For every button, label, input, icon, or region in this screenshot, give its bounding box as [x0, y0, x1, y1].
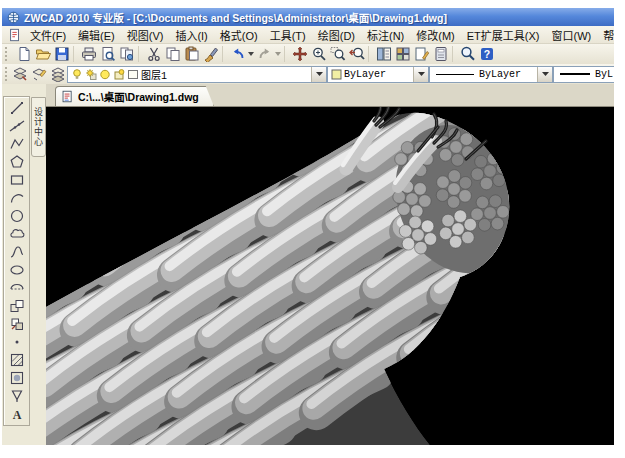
linetype-combo[interactable]: ByLayer: [429, 66, 553, 83]
drawing-canvas[interactable]: [46, 107, 614, 445]
zoom-window-button[interactable]: [328, 45, 347, 63]
polygon-button[interactable]: [4, 153, 29, 171]
region-button[interactable]: [4, 387, 29, 405]
spline-icon: [9, 244, 25, 260]
zoom-previous-button[interactable]: [347, 45, 366, 63]
insert-block-icon: [9, 298, 25, 314]
redo-dropdown-caret[interactable]: [274, 45, 282, 63]
arc-button[interactable]: [4, 189, 29, 207]
brush-icon: [203, 46, 219, 62]
insert-block-button[interactable]: [4, 297, 29, 315]
match-properties-button[interactable]: [201, 45, 220, 63]
pan-realtime-button[interactable]: [290, 45, 309, 63]
paste-clipboard-icon: [184, 46, 200, 62]
line-button[interactable]: [4, 99, 29, 117]
app-icon: [7, 11, 20, 24]
menu-view[interactable]: 视图(V): [121, 26, 170, 44]
line-icon: [9, 100, 25, 116]
menu-et-extension-tools[interactable]: ET扩展工具(X): [461, 26, 546, 44]
polyline-icon: [9, 136, 25, 152]
layer-combo[interactable]: 图层1: [67, 66, 327, 83]
lineweight-combo-value: ByL: [595, 69, 613, 80]
redo-button[interactable]: [255, 45, 274, 63]
menu-insert[interactable]: 插入(I): [169, 26, 213, 44]
layer-previous-button[interactable]: [48, 65, 67, 83]
open-folder-icon: [35, 46, 51, 62]
layer-states-button[interactable]: [29, 65, 48, 83]
gradient-button[interactable]: [4, 369, 29, 387]
revision-cloud-button[interactable]: [4, 225, 29, 243]
rectangle-button[interactable]: [4, 171, 29, 189]
document-tab-active[interactable]: C:\...\桌面\Drawing1.dwg: [55, 86, 214, 106]
lineweight-combo[interactable]: ByL: [553, 66, 614, 83]
dwg-file-icon: [61, 90, 74, 103]
tool-palettes-button[interactable]: [393, 45, 412, 63]
menu-tools[interactable]: 工具(T): [264, 26, 312, 44]
toolbar-separator: [284, 46, 288, 62]
zoom-window-icon: [330, 46, 346, 62]
menu-modify[interactable]: 修改(M): [410, 26, 461, 44]
hatch-button[interactable]: [4, 351, 29, 369]
layers-icon: [50, 66, 66, 82]
ellipse-arc-button[interactable]: [4, 279, 29, 297]
make-block-button[interactable]: [4, 315, 29, 333]
mtext-button[interactable]: A: [4, 405, 29, 423]
print-preview-icon: [100, 46, 116, 62]
undo-dropdown-caret[interactable]: [247, 45, 255, 63]
menu-window[interactable]: 窗口(W): [546, 26, 598, 44]
layer-combo-value: 图层1: [141, 67, 167, 82]
menu-dimension[interactable]: 标注(N): [361, 26, 410, 44]
pan-arrows-icon: [292, 46, 308, 62]
toolbar-grip[interactable]: [5, 67, 7, 81]
menu-help[interactable]: 帮助(H): [597, 26, 614, 44]
circle-button[interactable]: [4, 207, 29, 225]
window-title: ZWCAD 2010 专业版 - [C:\Documents and Setti…: [24, 10, 447, 25]
undo-button[interactable]: [228, 45, 247, 63]
new-button[interactable]: [14, 45, 33, 63]
save-floppy-icon: [54, 46, 70, 62]
color-combo-dropdown[interactable]: [413, 67, 428, 82]
save-button[interactable]: [52, 45, 71, 63]
spline-button[interactable]: [4, 243, 29, 261]
calculator-button[interactable]: [431, 45, 450, 63]
mdi-document-icon[interactable]: [5, 26, 24, 44]
layer-properties-icon: [12, 66, 28, 82]
title-bar[interactable]: ZWCAD 2010 专业版 - [C:\Documents and Setti…: [2, 8, 614, 26]
design-center-vertical-tab[interactable]: 设计中心: [31, 97, 46, 157]
toolbar-grip[interactable]: [5, 47, 11, 61]
color-combo[interactable]: ByLayer: [327, 66, 429, 83]
design-center-button[interactable]: [374, 45, 393, 63]
menu-draw[interactable]: 绘图(D): [312, 26, 361, 44]
menu-format[interactable]: 格式(O): [214, 26, 264, 44]
calculator-icon: [433, 46, 449, 62]
color-combo-value: ByLayer: [344, 69, 386, 80]
linetype-combo-dropdown[interactable]: [537, 67, 552, 82]
publish-button[interactable]: [117, 45, 136, 63]
cut-button[interactable]: [144, 45, 163, 63]
construction-line-button[interactable]: [4, 117, 29, 135]
revision-cloud-icon: [9, 226, 25, 242]
polygon-icon: [9, 154, 25, 170]
lineweight-sample: [560, 73, 590, 75]
polyline-button[interactable]: [4, 135, 29, 153]
print-preview-button[interactable]: [98, 45, 117, 63]
paste-button[interactable]: [182, 45, 201, 63]
layer-combo-dropdown[interactable]: [311, 67, 326, 82]
ellipse-button[interactable]: [4, 261, 29, 279]
open-button[interactable]: [33, 45, 52, 63]
menu-file[interactable]: 文件(F): [24, 26, 72, 44]
copy-button[interactable]: [163, 45, 182, 63]
scissors-icon: [146, 46, 162, 62]
markup-button[interactable]: [412, 45, 431, 63]
ellipse-icon: [9, 262, 25, 278]
layer-color-swatch: [127, 68, 139, 81]
menu-edit[interactable]: 编辑(E): [72, 26, 121, 44]
layer-properties-manager-button[interactable]: [10, 65, 29, 83]
find-button[interactable]: [458, 45, 477, 63]
tool-palettes-icon: [395, 46, 411, 62]
plot-button[interactable]: [79, 45, 98, 63]
zoom-realtime-button[interactable]: [309, 45, 328, 63]
properties-toolbar: 图层1 ByLayer ByLayer ByL: [2, 64, 614, 84]
point-button[interactable]: [4, 333, 29, 351]
help-button[interactable]: ?: [477, 45, 496, 63]
